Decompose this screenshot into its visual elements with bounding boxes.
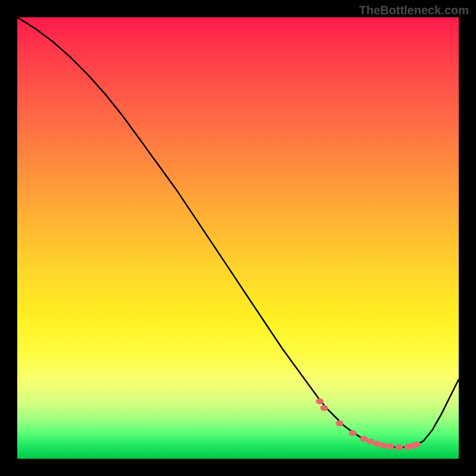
- chart-area: [17, 17, 459, 459]
- bottleneck-curve: [17, 17, 459, 447]
- curve-marker: [367, 439, 374, 444]
- curve-marker: [336, 421, 343, 427]
- curve-marker: [387, 443, 394, 449]
- curve-marker: [373, 441, 381, 447]
- curve-marker: [349, 430, 356, 436]
- watermark-text: TheBottleneck.com: [359, 4, 469, 17]
- curve-marker: [320, 405, 328, 411]
- chart-svg: [17, 17, 459, 459]
- curve-marker: [380, 443, 387, 449]
- curve-marker: [395, 444, 403, 450]
- curve-markers: [316, 399, 421, 450]
- curve-marker: [360, 436, 368, 442]
- curve-marker: [316, 399, 324, 405]
- curve-marker: [413, 441, 421, 447]
